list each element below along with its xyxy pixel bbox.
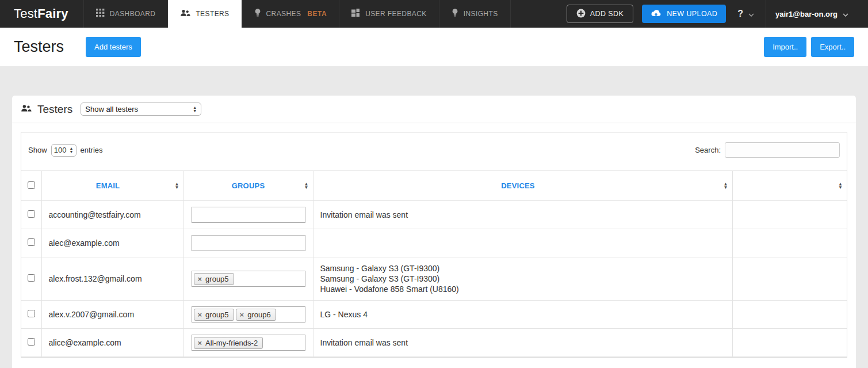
sort-icon[interactable]: ▲▼ — [304, 183, 308, 189]
device-line: Samsung - Galaxy S3 (GT-I9300) — [320, 274, 725, 284]
table-row: accounting@testfairy.comInvitation email… — [21, 201, 847, 229]
table-row: alice@example.com×All-my-friends-2Invita… — [21, 329, 847, 357]
nav-item-label: INSIGHTS — [464, 10, 498, 18]
search-input[interactable] — [725, 142, 840, 158]
groups-cell: ×All-my-friends-2 — [183, 329, 313, 357]
select-arrows-icon: ▲▼ — [69, 147, 73, 153]
groups-input[interactable]: ×group5 — [192, 271, 305, 287]
table-container: Show 100 ▲▼ entries Search: — [21, 132, 847, 358]
groups-cell — [183, 201, 313, 229]
nav-right-cluster: ADD SDK NEW UPLOAD ? yair1@bar-on.org — [567, 0, 868, 28]
group-tag: ×All-my-friends-2 — [194, 337, 263, 349]
import-button[interactable]: Import.. — [764, 37, 806, 57]
sort-icon[interactable]: ▲▼ — [174, 183, 179, 189]
column-label: DEVICES — [501, 181, 534, 190]
select-all-checkbox[interactable] — [28, 181, 35, 189]
group-tag: ×group6 — [236, 309, 276, 321]
new-upload-label: NEW UPLOAD — [667, 10, 717, 18]
testers-panel: Testers Show all testers ▲▼ Show 100 ▲▼ … — [12, 96, 856, 368]
entries-per-page-value: 100 — [54, 146, 67, 154]
sort-icon[interactable]: ▲▼ — [723, 183, 728, 189]
groups-input[interactable] — [192, 235, 305, 251]
sort-icon[interactable]: ▲▼ — [838, 183, 843, 189]
row-checkbox[interactable] — [28, 310, 35, 317]
bulb-icon — [452, 9, 458, 19]
row-select-cell — [21, 301, 41, 329]
row-checkbox[interactable] — [28, 338, 35, 346]
row-checkbox[interactable] — [28, 210, 35, 218]
nav-item-insights[interactable]: INSIGHTS — [439, 0, 511, 28]
squares-icon — [351, 9, 360, 19]
tester-email: alex.frost.132@gmail.com — [41, 257, 183, 301]
nav-item-dashboard[interactable]: DASHBOARD — [83, 0, 168, 28]
tester-devices: LG - Nexus 4 — [313, 301, 732, 329]
tester-devices — [313, 229, 732, 257]
nav-item-label: USER FEEDBACK — [365, 10, 427, 18]
add-testers-button[interactable]: Add testers — [86, 37, 141, 57]
tester-email: alec@example.com — [41, 229, 183, 257]
group-tag-label: group5 — [205, 310, 228, 319]
account-email: yair1@bar-on.org — [775, 10, 838, 18]
row-select-cell — [21, 229, 41, 257]
beta-badge: BETA — [307, 10, 327, 18]
add-sdk-button[interactable]: ADD SDK — [567, 5, 633, 23]
nav-item-crashes[interactable]: CRASHES BETA — [242, 0, 339, 28]
groups-input[interactable]: ×All-my-friends-2 — [192, 335, 305, 351]
table-row: alex.frost.132@gmail.com×group5Samsung -… — [21, 257, 847, 301]
device-line: Invitation email was sent — [320, 337, 725, 348]
row-select-cell — [21, 329, 41, 357]
entries-per-page-select[interactable]: 100 ▲▼ — [51, 144, 77, 157]
remove-tag-icon[interactable]: × — [240, 311, 244, 318]
device-line: Huawei - Vodafone 858 Smart (U8160) — [320, 284, 725, 294]
remove-tag-icon[interactable]: × — [198, 339, 202, 347]
panel-body: Show 100 ▲▼ entries Search: — [12, 123, 856, 358]
row-select-cell — [21, 201, 41, 229]
column-header-extra[interactable]: ▲▼ — [732, 171, 847, 201]
select-arrows-icon: ▲▼ — [193, 106, 197, 112]
nav-item-label: DASHBOARD — [110, 10, 156, 18]
help-menu[interactable]: ? — [726, 9, 766, 19]
page-background: Testers Show all testers ▲▼ Show 100 ▲▼ … — [0, 66, 868, 368]
group-tag: ×group5 — [194, 309, 234, 321]
column-header-email[interactable]: EMAIL▲▼ — [41, 171, 183, 201]
tester-email: accounting@testfairy.com — [41, 201, 183, 229]
groups-input[interactable]: ×group5×group6 — [192, 306, 305, 323]
export-button[interactable]: Export.. — [811, 37, 854, 57]
nav-item-user-feedback[interactable]: USER FEEDBACK — [339, 0, 439, 28]
panel-title: Testers — [37, 103, 72, 116]
groups-cell — [183, 229, 313, 257]
entries-control: Show 100 ▲▼ entries — [28, 144, 103, 157]
device-line: Invitation email was sent — [320, 210, 725, 220]
search-label: Search: — [695, 146, 721, 154]
search-control: Search: — [695, 142, 840, 158]
select-all-header — [21, 171, 41, 201]
remove-tag-icon[interactable]: × — [198, 311, 202, 318]
testfairy-logo[interactable]: TestFairy — [0, 0, 83, 28]
panel-header: Testers Show all testers ▲▼ — [12, 96, 856, 123]
plus-circle-icon — [576, 9, 586, 20]
nav-item-testers[interactable]: TESTERS — [167, 0, 241, 28]
table-row: alex.v.2007@gmail.com×group5×group6LG - … — [21, 301, 847, 329]
new-upload-button[interactable]: NEW UPLOAD — [642, 5, 726, 23]
nav-item-label: TESTERS — [196, 10, 229, 18]
groups-cell: ×group5×group6 — [183, 301, 313, 329]
people-icon — [21, 104, 32, 115]
nav-items: DASHBOARD TESTERS CRASHES BETA USER FEED… — [83, 0, 511, 28]
column-header-groups[interactable]: GROUPS▲▼ — [183, 171, 313, 201]
column-header-devices[interactable]: DEVICES▲▼ — [313, 171, 732, 201]
account-menu[interactable]: yair1@bar-on.org — [766, 10, 856, 18]
logo-text-fairy: Fairy — [37, 6, 68, 21]
tester-filter-select[interactable]: Show all testers ▲▼ — [81, 103, 201, 116]
remove-tag-icon[interactable]: × — [198, 275, 202, 283]
entries-label: entries — [81, 146, 103, 154]
groups-input[interactable] — [192, 207, 305, 223]
groups-cell: ×group5 — [183, 257, 313, 301]
testers-table: EMAIL▲▼ GROUPS▲▼ DEVICES▲▼ ▲▼ accounting… — [21, 170, 847, 357]
column-label: EMAIL — [96, 181, 120, 190]
extra-cell — [732, 229, 847, 257]
extra-cell — [732, 257, 847, 301]
grid-icon — [96, 9, 105, 19]
row-checkbox[interactable] — [28, 274, 35, 282]
logo-text-test: Test — [14, 6, 37, 21]
row-checkbox[interactable] — [28, 238, 35, 246]
